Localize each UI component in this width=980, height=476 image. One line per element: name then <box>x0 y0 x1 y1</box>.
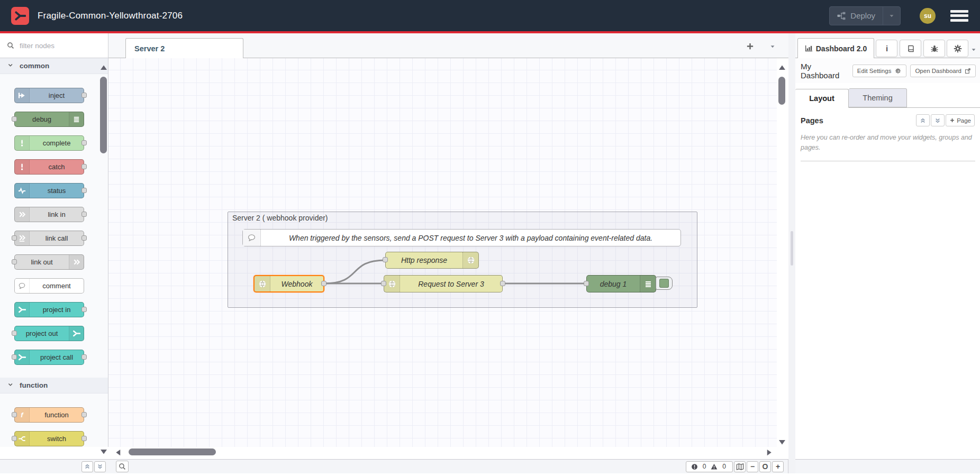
pages-title: Pages <box>801 116 823 125</box>
palette-collapse-all-button[interactable] <box>81 461 93 472</box>
bar-chart-icon <box>805 44 816 52</box>
palette-node-switch[interactable]: switch <box>14 431 84 446</box>
output-port[interactable] <box>321 281 326 286</box>
sidebar-tab-debug[interactable] <box>923 40 945 57</box>
palette-node-comment[interactable]: comment <box>14 278 84 294</box>
input-port[interactable] <box>584 281 589 286</box>
chevron-down-icon <box>888 13 895 19</box>
chevron-double-up-icon <box>920 117 926 124</box>
palette-search-input[interactable] <box>19 41 98 50</box>
canvas-scroll-left[interactable] <box>114 448 122 459</box>
collapse-all-button[interactable] <box>916 114 930 126</box>
dashboard-sidebar: My Dashboard Edit Settings Open Dashboar… <box>795 58 980 459</box>
palette-node-label: project out <box>15 326 69 341</box>
edit-settings-button[interactable]: Edit Settings <box>852 65 907 77</box>
notification-counts[interactable]: 0 0 <box>686 461 733 472</box>
palette-node-debug[interactable]: debug <box>14 112 84 127</box>
gear-icon <box>954 44 962 53</box>
deploy-label: Deploy <box>850 11 875 20</box>
palette-node-project-call[interactable]: project call <box>14 350 84 365</box>
palette-node-complete[interactable]: complete <box>14 135 84 151</box>
node-port <box>12 116 17 122</box>
palette-node-catch[interactable]: catch <box>14 159 84 175</box>
sidebar-tab-config[interactable] <box>947 40 968 57</box>
add-page-button[interactable]: Page <box>946 114 975 126</box>
palette-node-link-out[interactable]: link out <box>14 254 84 270</box>
open-dashboard-button[interactable]: Open Dashboard <box>910 65 976 77</box>
canvas-scroll-down[interactable] <box>778 438 786 448</box>
node-port <box>12 259 17 264</box>
node-port <box>12 436 17 441</box>
flowfuse-logo-icon[interactable] <box>11 7 29 25</box>
canvas-scrollbar-thumb[interactable] <box>778 77 785 105</box>
palette-category-function[interactable]: function <box>0 378 108 393</box>
palette-node-inject[interactable]: inject <box>14 88 84 103</box>
palette-expand-all-button[interactable] <box>94 461 106 472</box>
node-port <box>81 412 87 417</box>
toggle-navigator-button[interactable] <box>734 461 746 472</box>
main-menu-button[interactable] <box>950 10 968 22</box>
node-port <box>81 140 87 145</box>
splitter-grip[interactable] <box>791 231 793 266</box>
input-port[interactable] <box>381 281 386 286</box>
palette-category-common[interactable]: common <box>0 58 108 74</box>
search-icon <box>7 42 14 49</box>
flow-list-caret[interactable] <box>769 42 776 52</box>
flow-node-debug1[interactable]: debug 1 <box>586 275 656 292</box>
fn-icon: f <box>15 408 30 422</box>
sidebar-tab-bar: Dashboard 2.0 i <box>795 33 980 58</box>
sidebar-tab-info[interactable]: i <box>876 40 897 57</box>
zoom-reset-button[interactable]: O <box>759 461 771 472</box>
tab-layout[interactable]: Layout <box>795 89 849 108</box>
palette-node-project-out[interactable]: project out <box>14 326 84 341</box>
palette-scroll-up[interactable] <box>99 63 108 74</box>
deploy-button[interactable]: Deploy <box>830 7 883 25</box>
zoom-out-button[interactable]: − <box>747 461 758 472</box>
palette-node-label: debug <box>15 112 69 126</box>
switch-icon <box>15 432 30 446</box>
add-flow-button[interactable] <box>744 40 756 52</box>
palette-scroll-down[interactable] <box>99 447 108 458</box>
comment-node[interactable]: When triggered by the sensors, send a PO… <box>242 229 681 246</box>
palette-scrollbar-thumb[interactable] <box>100 77 107 153</box>
debug-enable-toggle[interactable] <box>656 277 673 290</box>
user-avatar[interactable]: su <box>920 8 936 24</box>
expand-all-button[interactable] <box>931 114 945 126</box>
tab-theming[interactable]: Theming <box>849 88 907 107</box>
flow-canvas[interactable]: Server 2 ( webhook provider) When trigge… <box>108 58 777 447</box>
palette-node-project-in[interactable]: project in <box>14 302 84 317</box>
dashboard-title: My Dashboard <box>801 62 849 80</box>
debug-toggle-state <box>659 279 669 288</box>
zoom-in-button[interactable]: + <box>772 461 784 472</box>
palette-node-function[interactable]: ffunction <box>14 407 84 423</box>
palette-node-link-in[interactable]: link in <box>14 207 84 222</box>
flow-node-webhook[interactable]: Webhook <box>253 275 324 292</box>
globe-icon <box>255 276 270 291</box>
output-port[interactable] <box>500 281 505 286</box>
flow-node-httpres[interactable]: Http response <box>385 252 479 269</box>
palette-footer <box>0 459 108 473</box>
external-link-icon <box>961 68 971 74</box>
svg-text:f: f <box>21 411 24 419</box>
node-port <box>81 436 87 441</box>
canvas-hscrollbar-thumb[interactable] <box>129 448 216 455</box>
sidebar-tab-dashboard[interactable]: Dashboard 2.0 <box>797 38 874 58</box>
edit-settings-label: Edit Settings <box>857 68 892 74</box>
flow-node-request[interactable]: Request to Server 3 <box>384 275 503 292</box>
palette-node-status[interactable]: status <box>14 183 84 198</box>
sidebar-splitter[interactable] <box>788 33 795 473</box>
palette-node-link-call[interactable]: link call <box>14 231 84 246</box>
flow-tab-server2[interactable]: Server 2 <box>125 38 243 58</box>
list-icon <box>640 276 656 292</box>
input-port[interactable] <box>383 257 388 262</box>
palette-node-label: complete <box>30 136 84 150</box>
node-palette: commoninjectdebugcompletecatchstatuslink… <box>0 58 108 447</box>
sidebar-tab-help[interactable] <box>900 40 921 57</box>
sidebar-tab-list-caret[interactable] <box>970 45 977 55</box>
palette-search <box>0 33 108 58</box>
deploy-options-caret[interactable] <box>883 7 900 25</box>
canvas-scroll-right[interactable] <box>765 448 773 459</box>
canvas-scroll-up[interactable] <box>778 63 786 74</box>
chevron-down-icon <box>7 381 20 390</box>
search-flows-button[interactable] <box>116 461 129 472</box>
